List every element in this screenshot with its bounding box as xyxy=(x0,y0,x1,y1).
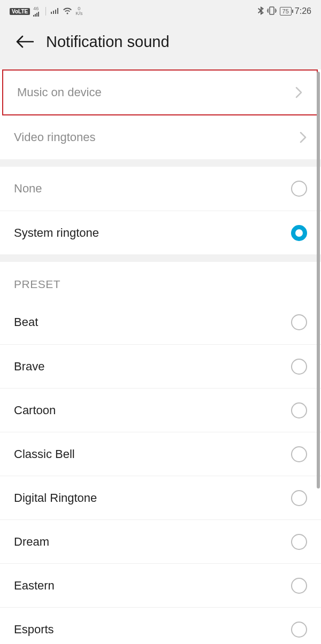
preset-section-title: PRESET xyxy=(0,262,321,300)
preset-item-eastern[interactable]: Eastern xyxy=(0,563,321,607)
radio-indicator xyxy=(291,446,307,462)
chevron-right-icon xyxy=(300,131,307,143)
status-bar-right: 75 7:26 xyxy=(258,6,311,17)
nav-item-music-on-device[interactable]: Music on device xyxy=(3,71,317,114)
back-button[interactable] xyxy=(15,32,34,51)
network-4g-icon: 46 xyxy=(33,6,41,17)
svg-rect-0 xyxy=(270,7,274,14)
radio-indicator xyxy=(291,225,307,241)
radio-indicator xyxy=(291,402,307,418)
preset-group: PRESET Beat Brave Cartoon Classic Bell D… xyxy=(0,262,321,644)
clock: 7:26 xyxy=(295,6,311,16)
radio-indicator xyxy=(291,534,307,550)
status-bar-left: VoLTE 46 0 K/s xyxy=(10,6,82,17)
arrow-left-icon xyxy=(16,35,34,48)
preset-item-digital-ringtone[interactable]: Digital Ringtone xyxy=(0,476,321,519)
nav-links-group: Music on device Video ringtones xyxy=(0,69,321,159)
nav-item-label: Music on device xyxy=(17,86,102,99)
highlight-annotation: Music on device xyxy=(2,69,318,115)
wifi-icon xyxy=(63,7,72,16)
radio-indicator xyxy=(291,181,307,197)
sound-source-group: None System ringtone xyxy=(0,167,321,254)
status-bar: VoLTE 46 0 K/s xyxy=(0,0,321,22)
volte-badge: VoLTE xyxy=(10,8,30,15)
radio-indicator xyxy=(291,359,307,375)
preset-label: Eastern xyxy=(14,579,55,593)
vibrate-icon xyxy=(267,6,277,17)
header: Notification sound xyxy=(0,22,321,71)
bluetooth-icon xyxy=(258,6,264,17)
radio-indicator xyxy=(291,490,307,506)
preset-item-beat[interactable]: Beat xyxy=(0,300,321,344)
preset-label: Digital Ringtone xyxy=(14,491,97,505)
radio-label: None xyxy=(14,182,42,196)
page-title: Notification sound xyxy=(46,33,170,51)
nav-item-video-ringtones[interactable]: Video ringtones xyxy=(0,115,321,159)
chevron-right-icon xyxy=(295,87,303,98)
preset-label: Brave xyxy=(14,360,44,374)
preset-label: Esports xyxy=(14,623,54,637)
preset-label: Cartoon xyxy=(14,404,56,417)
radio-indicator xyxy=(291,622,307,638)
signal-icon xyxy=(51,7,59,15)
preset-item-brave[interactable]: Brave xyxy=(0,344,321,388)
screen: VoLTE 46 0 K/s xyxy=(0,0,321,644)
preset-label: Dream xyxy=(14,535,49,549)
preset-item-cartoon[interactable]: Cartoon xyxy=(0,388,321,432)
network-speed: 0 K/s xyxy=(75,6,82,16)
preset-item-dream[interactable]: Dream xyxy=(0,519,321,563)
preset-item-classic-bell[interactable]: Classic Bell xyxy=(0,432,321,476)
preset-label: Beat xyxy=(14,315,38,329)
preset-label: Classic Bell xyxy=(14,447,75,461)
radio-indicator xyxy=(291,578,307,594)
nav-item-label: Video ringtones xyxy=(14,130,96,144)
radio-label: System ringtone xyxy=(14,226,99,240)
radio-option-system-ringtone[interactable]: System ringtone xyxy=(0,211,321,254)
divider xyxy=(45,7,46,15)
scrollbar-indicator[interactable] xyxy=(317,72,320,488)
radio-indicator xyxy=(291,314,307,330)
preset-list: Beat Brave Cartoon Classic Bell Digital … xyxy=(0,300,321,644)
radio-option-none[interactable]: None xyxy=(0,167,321,211)
battery-icon: 75 xyxy=(280,7,292,15)
preset-item-esports[interactable]: Esports xyxy=(0,607,321,644)
